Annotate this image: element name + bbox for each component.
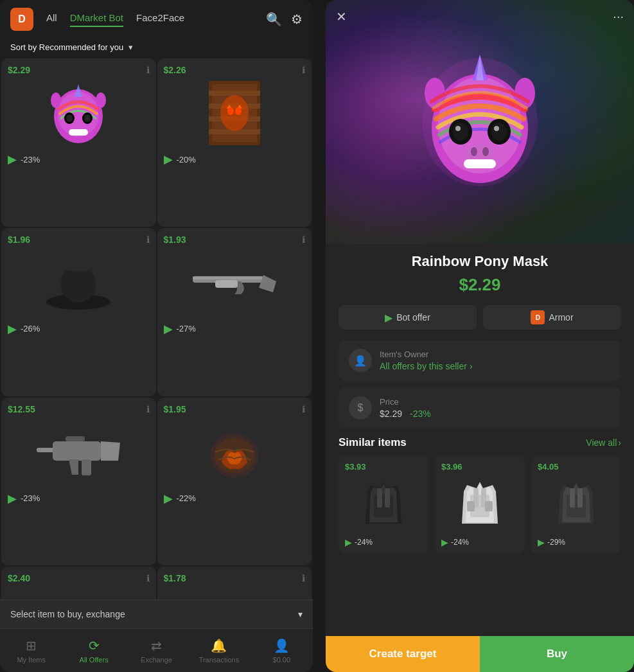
svg-rect-49 (377, 488, 382, 508)
price-discount: -23% (410, 409, 431, 419)
item-info-icon-5[interactable]: ℹ (146, 404, 150, 414)
item-info-icon-6[interactable]: ℹ (302, 404, 305, 414)
similar-footer-2: ▶ -24% (441, 537, 518, 547)
dmarket-arrow-4: ▶ (164, 322, 173, 336)
item-price-6: $1.95 (164, 404, 306, 414)
similar-footer-3: ▶ -29% (538, 537, 615, 547)
item-discount-6: -22% (177, 493, 196, 503)
view-all-label: View all (586, 438, 617, 448)
exchange-icon: ⇄ (151, 638, 162, 653)
hero-area: ✕ ··· (326, 0, 634, 244)
item-card-5[interactable]: $12.55 ℹ ▶ (1, 398, 156, 566)
item-footer-2: ▶ -20% (164, 152, 306, 166)
item-card-3[interactable]: $1.96 ℹ ▶ -26% (1, 228, 156, 396)
item-info-icon-1[interactable]: ℹ (146, 65, 150, 75)
svg-rect-43 (464, 159, 496, 168)
svg-point-7 (51, 93, 61, 108)
similar-price-2: $3.96 (441, 462, 518, 472)
create-target-button[interactable]: Create target (326, 636, 480, 672)
item-discount-1: -23% (21, 155, 40, 164)
dmarket-arrow-6: ▶ (164, 491, 173, 506)
all-offers-icon: ⟳ (89, 638, 100, 653)
close-icon[interactable]: ✕ (336, 9, 347, 24)
select-bar-label: Select item to buy, exchange (10, 609, 125, 619)
item-price-2: $2.26 (164, 65, 306, 75)
owner-link[interactable]: All offers by this seller › (380, 361, 611, 371)
buy-button[interactable]: Buy (480, 636, 634, 672)
svg-rect-28 (66, 436, 85, 441)
select-bar-chevron-icon: ▾ (298, 609, 303, 619)
price-icon: $ (349, 396, 372, 420)
item-card-6[interactable]: $1.95 ℹ ▶ -22% (157, 398, 312, 566)
similar-header: Similar items View all › (339, 436, 621, 449)
tab-face2face[interactable]: Face2Face (136, 12, 184, 27)
svg-rect-26 (53, 441, 101, 461)
svg-point-21 (61, 259, 96, 272)
nav-my-items[interactable]: ⊞ My Items (0, 638, 62, 664)
item-footer-6: ▶ -22% (164, 491, 306, 506)
nav-my-items-label: My Items (17, 656, 46, 664)
view-all-button[interactable]: View all › (586, 438, 621, 448)
dmarket-arrow-1: ▶ (8, 152, 17, 166)
nav-balance[interactable]: 👤 $0.00 (251, 638, 313, 664)
left-panel: D All DMarket Bot Face2Face 🔍 ⚙ Sort by … (0, 0, 313, 672)
item-visual-5 (8, 417, 150, 488)
more-options-icon[interactable]: ··· (613, 9, 624, 24)
items-grid: $2.29 ℹ (0, 58, 313, 672)
item-discount-2: -20% (177, 155, 196, 164)
svg-point-36 (453, 123, 468, 141)
item-visual-1 (8, 78, 150, 148)
item-discount-3: -26% (21, 324, 40, 333)
svg-rect-48 (374, 495, 393, 517)
view-all-chevron-icon: › (618, 438, 621, 448)
item-info-icon-4[interactable]: ℹ (302, 234, 305, 245)
item-info-icon-7[interactable]: ℹ (146, 573, 150, 583)
owner-row[interactable]: 👤 Item's Owner All offers by this seller… (339, 340, 621, 381)
svg-rect-6 (69, 129, 88, 136)
similar-price-1: $3.93 (345, 462, 422, 472)
tab-all[interactable]: All (46, 12, 57, 27)
similar-card-3[interactable]: $4.05 ▶ -29% (531, 455, 621, 554)
nav-all-offers[interactable]: ⟳ All Offers (62, 638, 125, 664)
header: D All DMarket Bot Face2Face 🔍 ⚙ (0, 0, 313, 39)
sort-bar[interactable]: Sort by Recommended for you ▾ (0, 39, 313, 58)
svg-rect-55 (485, 501, 493, 511)
similar-card-1[interactable]: $3.93 ▶ -24% (339, 455, 428, 554)
item-detail: Rainbow Pony Mask $2.29 ▶ Bot offer D Ar… (326, 244, 634, 626)
tag-bot-offer: ▶ Bot offer (339, 305, 477, 330)
item-info-icon-2[interactable]: ℹ (302, 65, 305, 75)
nav-transactions[interactable]: 🔔 Transactions (188, 638, 250, 664)
svg-rect-57 (570, 488, 575, 508)
item-price-3: $1.96 (8, 234, 150, 245)
bottom-nav: ⊞ My Items ⟳ All Offers ⇄ Exchange 🔔 Tra… (0, 628, 313, 672)
tab-dmarket-bot[interactable]: DMarket Bot (70, 12, 123, 27)
bottom-select-bar[interactable]: Select item to buy, exchange ▾ (0, 599, 313, 628)
svg-point-17 (227, 107, 234, 115)
item-card-1[interactable]: $2.29 ℹ (1, 58, 156, 227)
tag-armor-label: Armor (549, 312, 573, 323)
item-card-4[interactable]: $1.93 ℹ ▶ -27% (157, 228, 312, 396)
similar-price-3: $4.05 (538, 462, 615, 472)
item-card-2[interactable]: $2.26 ℹ (157, 58, 312, 227)
svg-rect-50 (385, 488, 390, 508)
tag-armor: D Armor (483, 305, 621, 330)
right-panel: ✕ ··· (326, 0, 634, 672)
tabs: All DMarket Bot Face2Face (46, 12, 253, 27)
filter-icon[interactable]: ⚙ (291, 12, 303, 27)
similar-footer-1: ▶ -24% (345, 537, 422, 547)
item-info-icon-8[interactable]: ℹ (302, 573, 305, 583)
similar-card-2[interactable]: $3.96 ▶ -24% (435, 455, 525, 554)
dmarket-arrow-5: ▶ (8, 491, 17, 506)
item-info-icon-3[interactable]: ℹ (146, 234, 150, 245)
tags-row: ▶ Bot offer D Armor (339, 305, 621, 330)
svg-rect-23 (193, 276, 263, 279)
search-icon[interactable]: 🔍 (266, 12, 282, 27)
item-visual-4 (164, 247, 306, 318)
nav-exchange[interactable]: ⇄ Exchange (125, 638, 188, 664)
price-label: Price (380, 397, 611, 407)
header-icons: 🔍 ⚙ (266, 12, 303, 27)
svg-rect-56 (567, 495, 586, 517)
nav-transactions-label: Transactions (199, 656, 240, 664)
dmarket-arrow-2: ▶ (164, 152, 173, 166)
similar-row: $3.93 ▶ -24% $ (339, 455, 621, 554)
